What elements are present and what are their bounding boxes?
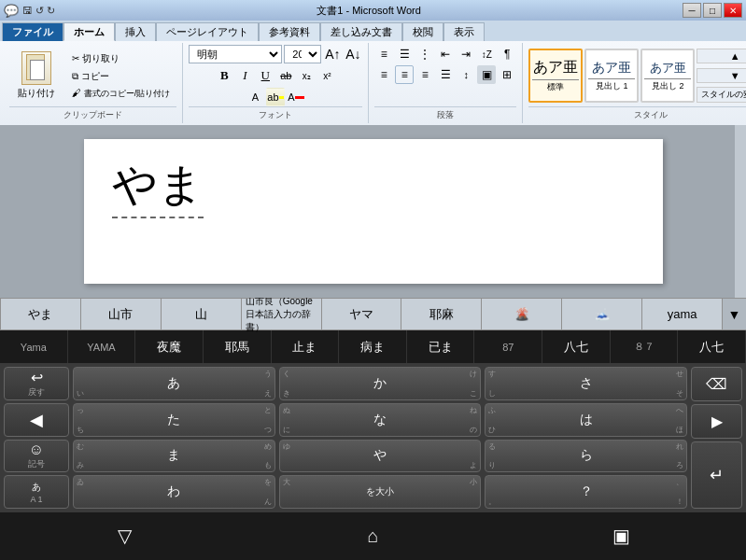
style-heading2[interactable]: あア亜 見出し 2 bbox=[640, 49, 695, 103]
styles-down-button[interactable]: ▼ bbox=[697, 68, 746, 83]
minimize-button[interactable]: ─ bbox=[683, 3, 701, 18]
tab-review[interactable]: 校閲 bbox=[402, 22, 443, 41]
numbering-button[interactable]: ☰ bbox=[395, 45, 414, 63]
key-ra[interactable]: る れ ら り ろ bbox=[485, 440, 687, 473]
ribbon-group-clipboard: 貼り付け ✂ 切り取り ⧉ コピー 🖌 書式のコピー/貼り付け クリップボード bbox=[4, 43, 183, 123]
tab-home[interactable]: ホーム bbox=[63, 22, 115, 41]
suggestion-scroll-button[interactable]: ▼ bbox=[723, 299, 746, 329]
key-enter[interactable]: ↵ bbox=[691, 441, 742, 509]
suggestion2-87-kanji[interactable]: 八七 bbox=[542, 330, 611, 363]
multilevel-button[interactable]: ⋮ bbox=[415, 45, 434, 63]
title-bar-left: 💬 🖫 ↺ ↻ bbox=[4, 4, 55, 18]
justify-button[interactable]: ☰ bbox=[436, 65, 455, 84]
suggestion2-87-full[interactable]: ８７ bbox=[611, 330, 679, 363]
key-left-arrow[interactable]: ◀ bbox=[4, 403, 69, 437]
style-heading1[interactable]: あア亜 見出し 1 bbox=[584, 49, 639, 103]
key-wa[interactable]: ゐ を わ ん bbox=[73, 475, 275, 509]
suggestion2-yama-yami[interactable]: 已ま bbox=[407, 330, 475, 363]
styles-more-button[interactable]: スタイルの変更▼ bbox=[697, 87, 746, 103]
bold-button[interactable]: B bbox=[215, 66, 233, 85]
key-ta[interactable]: っ と た ち つ bbox=[73, 403, 275, 437]
document-area: ✛ やま bbox=[0, 125, 746, 298]
document-scrollbar[interactable] bbox=[735, 125, 746, 298]
tab-view[interactable]: 表示 bbox=[443, 22, 485, 41]
cut-button[interactable]: ✂ 切り取り bbox=[65, 50, 176, 67]
suggestion2-87-kanji2[interactable]: 八七 bbox=[678, 330, 746, 363]
key-small[interactable]: 大 小 を大小 bbox=[279, 475, 482, 509]
font-color-button[interactable]: A bbox=[287, 88, 305, 106]
highlight-button[interactable]: ab bbox=[266, 88, 285, 106]
nav-home-button[interactable]: ⌂ bbox=[349, 522, 396, 550]
tab-references[interactable]: 参考資料 bbox=[259, 22, 320, 41]
suggestion2-87-arabic[interactable]: 87 bbox=[474, 330, 542, 363]
close-button[interactable]: ✕ bbox=[724, 3, 742, 18]
decrease-indent-button[interactable]: ⇤ bbox=[436, 45, 455, 63]
key-backspace[interactable]: ⌫ bbox=[691, 367, 742, 401]
ribbon-tab-bar: ファイル ホーム 挿入 ページレイアウト 参考資料 差し込み文書 校閲 表示 bbox=[0, 21, 746, 41]
suggestion-yama-rare[interactable]: 耶麻 bbox=[401, 299, 482, 329]
suggestion-mountain-emoji[interactable]: 🗻 bbox=[562, 299, 642, 329]
copy-button[interactable]: ⧉ コピー bbox=[65, 68, 176, 85]
paragraph-content: ≡ ☰ ⋮ ⇤ ⇥ ↕Z ¶ ≡ ≡ ≡ ☰ ↕ ▣ ⊞ bbox=[374, 45, 516, 106]
font-size-select[interactable]: 20 bbox=[284, 45, 321, 63]
key-punct[interactable]: 、 ？ 。 ！ bbox=[485, 475, 687, 509]
key-na[interactable]: ぬ ね な に の bbox=[279, 403, 482, 437]
suggestion2-yama-upper[interactable]: YAMA bbox=[68, 330, 136, 363]
sort-button[interactable]: ↕Z bbox=[477, 45, 496, 63]
key-mode[interactable]: あ A 1 bbox=[4, 475, 69, 509]
key-sa[interactable]: す せ さ し そ bbox=[485, 367, 687, 400]
increase-indent-button[interactable]: ⇥ bbox=[457, 45, 475, 63]
nav-back-button[interactable]: ▽ bbox=[101, 522, 148, 550]
key-a-main: あ bbox=[167, 375, 180, 392]
tab-insert[interactable]: 挿入 bbox=[115, 22, 156, 41]
key-ha[interactable]: ふ へ は ひ ほ bbox=[485, 403, 687, 437]
style-standard[interactable]: あア亜 標準 bbox=[528, 49, 583, 103]
tab-mailings[interactable]: 差し込み文書 bbox=[320, 22, 402, 41]
border-button[interactable]: ⊞ bbox=[498, 65, 516, 84]
suggestion2-yama-cap[interactable]: Yama bbox=[0, 330, 68, 363]
format-painter-button[interactable]: 🖌 書式のコピー/貼り付け bbox=[65, 86, 176, 102]
styles-up-button[interactable]: ▲ bbox=[697, 49, 746, 63]
grow-font-button[interactable]: A↑ bbox=[323, 45, 342, 63]
nav-recent-button[interactable]: ▣ bbox=[598, 522, 645, 550]
show-marks-button[interactable]: ¶ bbox=[498, 45, 516, 63]
bullets-button[interactable]: ≡ bbox=[374, 45, 393, 63]
shading-button[interactable]: ▣ bbox=[477, 65, 496, 84]
key-emoji[interactable]: ☺ 記号 bbox=[4, 440, 69, 473]
suggestion-yama-katakana[interactable]: ヤマ bbox=[322, 299, 402, 329]
align-center-button[interactable]: ≡ bbox=[395, 65, 414, 84]
key-undo[interactable]: ↩ 戻す bbox=[4, 367, 69, 400]
font-name-select[interactable]: 明朝 bbox=[189, 45, 282, 63]
key-right-arrow[interactable]: ▶ bbox=[691, 404, 742, 439]
document-page[interactable]: やま bbox=[84, 139, 663, 284]
tab-page-layout[interactable]: ページレイアウト bbox=[156, 22, 259, 41]
suggestion-yamashi[interactable]: 山市 bbox=[81, 299, 162, 329]
suggestion-yamaryou[interactable]: 山市良（Google日本語入力の辞書） bbox=[242, 299, 322, 329]
shrink-font-button[interactable]: A↓ bbox=[344, 45, 362, 63]
key-ma[interactable]: む め ま み も bbox=[73, 440, 275, 473]
suggestion-yama-roman[interactable]: yama bbox=[642, 299, 723, 329]
italic-button[interactable]: I bbox=[235, 66, 254, 85]
align-left-button[interactable]: ≡ bbox=[374, 65, 393, 84]
suggestion-volcano-emoji[interactable]: 🌋 bbox=[482, 299, 562, 329]
subscript-button[interactable]: x₂ bbox=[297, 66, 316, 85]
key-a[interactable]: う あ い え bbox=[73, 367, 275, 400]
suggestion2-yama-yamu[interactable]: 病ま bbox=[339, 330, 407, 363]
underline-button[interactable]: U bbox=[256, 66, 274, 85]
paste-button[interactable]: 貼り付け bbox=[9, 45, 63, 106]
suggestion2-yama-dome[interactable]: 止ま bbox=[272, 330, 340, 363]
suggestion2-yama-youma[interactable]: 夜魔 bbox=[135, 330, 204, 363]
document-content[interactable]: やま bbox=[112, 158, 204, 218]
suggestion2-yama-yaba[interactable]: 耶馬 bbox=[204, 330, 272, 363]
key-ya[interactable]: ゆ や よ bbox=[279, 440, 482, 473]
key-ka[interactable]: く け か き こ bbox=[279, 367, 482, 400]
align-right-button[interactable]: ≡ bbox=[415, 65, 434, 84]
strikethrough-button[interactable]: ab bbox=[276, 66, 295, 85]
superscript-button[interactable]: x² bbox=[317, 66, 336, 85]
tab-file[interactable]: ファイル bbox=[2, 22, 63, 41]
suggestion-yama-hiragana[interactable]: やま bbox=[0, 299, 81, 329]
line-spacing-button[interactable]: ↕ bbox=[457, 65, 475, 84]
suggestion-yama-kanji[interactable]: 山 bbox=[162, 299, 242, 329]
text-effect-button[interactable]: A bbox=[246, 88, 264, 106]
maximize-button[interactable]: □ bbox=[703, 3, 722, 18]
